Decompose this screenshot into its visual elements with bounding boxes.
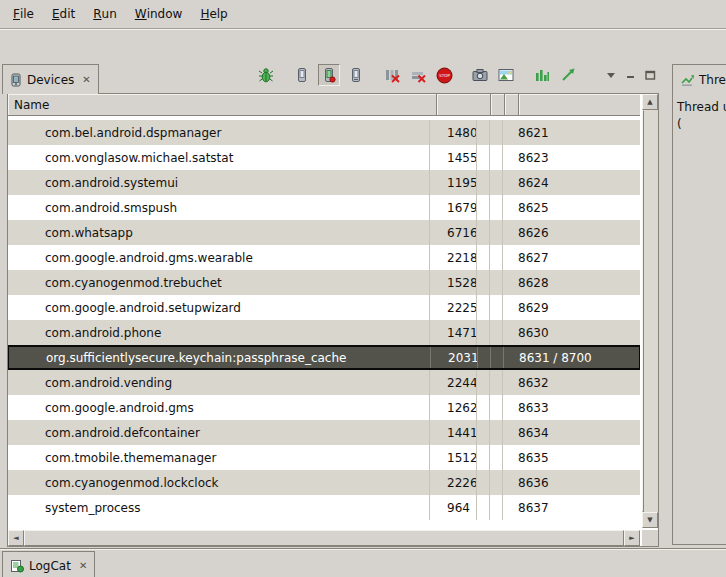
indicator-cell [477, 295, 490, 320]
indicator-cell [490, 320, 503, 345]
indicator-cell [490, 195, 503, 220]
table-row[interactable]: com.android.systemui11958624 [8, 170, 640, 195]
minimize-icon[interactable] [623, 65, 638, 85]
scroll-right-button[interactable]: ► [624, 530, 640, 546]
main-area: Devices ✕ [0, 60, 726, 545]
menu-file[interactable]: File [4, 0, 43, 28]
indicator-cell [490, 470, 503, 495]
table-row[interactable]: com.google.android.gms126238633 [8, 395, 640, 420]
toolbar-strip [0, 29, 726, 60]
indicator-cell [490, 245, 503, 270]
column-header-pid[interactable] [437, 94, 491, 116]
menu-run[interactable]: Run [84, 0, 126, 28]
scroll-left-icon: ◄ [13, 534, 18, 542]
dump-hprof-icon[interactable] [318, 64, 340, 86]
tab-threads[interactable]: Threads [672, 64, 726, 94]
scroll-up-button[interactable]: ▲ [642, 94, 658, 110]
horizontal-scrollbar-thumb[interactable] [24, 530, 624, 546]
process-name-cell: system_process [8, 495, 430, 520]
table-row[interactable]: system_process9648637 [8, 495, 640, 520]
table-row[interactable]: com.android.vending224408632 [8, 370, 640, 395]
table-row[interactable]: com.bel.android.dspmanager14808621 [8, 120, 640, 145]
column-header-name[interactable]: Name [8, 94, 437, 116]
debug-bug-icon[interactable] [256, 65, 276, 85]
update-heap-icon[interactable] [292, 65, 312, 85]
tab-devices[interactable]: Devices ✕ [2, 64, 99, 94]
scroll-down-button[interactable]: ▼ [642, 512, 658, 528]
devices-toolbar: STOP [250, 64, 658, 86]
device-phone-icon [10, 73, 22, 87]
indicator-cell [477, 495, 490, 520]
view-menu-caret-icon[interactable] [603, 65, 618, 85]
devices-panel: Devices ✕ [0, 60, 667, 545]
sysinfo-bars-icon[interactable] [532, 65, 552, 85]
threads-message-line1: Thread up [677, 99, 723, 116]
pid-cell: 964 [430, 495, 477, 520]
scroll-down-icon: ▼ [647, 516, 652, 524]
table-row[interactable]: com.google.android.setupwizard222508629 [8, 295, 640, 320]
pid-cell: 22265 [430, 470, 477, 495]
close-icon[interactable]: ✕ [82, 75, 90, 85]
tab-logcat[interactable]: LogCat ✕ [2, 551, 95, 577]
menu-edit[interactable]: Edit [43, 0, 84, 28]
logcat-panel: LogCat ✕ [0, 548, 726, 577]
column-header-port[interactable] [519, 94, 640, 116]
menu-help[interactable]: Help [191, 0, 236, 28]
indicator-cell [477, 270, 490, 295]
port-cell: 8624 [503, 170, 640, 195]
port-cell: 8627 [503, 245, 640, 270]
pid-cell: 22440 [430, 370, 477, 395]
port-cell: 8625 [503, 195, 640, 220]
table-row[interactable]: com.android.phone14718630 [8, 320, 640, 345]
screen-record-image-icon[interactable] [496, 65, 516, 85]
table-row[interactable]: com.android.smspush16798625 [8, 195, 640, 220]
pid-cell: 22250 [430, 295, 477, 320]
threads-icon [680, 73, 694, 87]
green-arrow-icon[interactable] [558, 65, 578, 85]
indicator-cell [490, 420, 503, 445]
table-row[interactable]: com.tmobile.thememanager15128635 [8, 445, 640, 470]
process-name-cell: com.android.systemui [8, 170, 430, 195]
process-name-cell: com.android.smspush [8, 195, 430, 220]
indicator-cell [477, 420, 490, 445]
process-name-cell: com.whatsapp [8, 220, 430, 245]
column-header-indicator[interactable] [505, 94, 519, 116]
table-row[interactable]: org.sufficientlysecure.keychain:passphra… [8, 345, 640, 370]
column-header-indicator[interactable] [491, 94, 505, 116]
close-icon[interactable]: ✕ [79, 561, 87, 571]
vertical-scrollbar[interactable]: ▲ ▼ [642, 94, 658, 528]
table-row[interactable]: com.cyanogenmod.lockclock222658636 [8, 470, 640, 495]
method-profiling-icon[interactable] [408, 65, 428, 85]
update-threads-icon[interactable] [382, 65, 402, 85]
horizontal-scrollbar[interactable]: ◄ ► [8, 530, 640, 546]
indicator-cell [477, 320, 490, 345]
indicator-cell [490, 370, 503, 395]
menu-window[interactable]: Window [126, 0, 192, 28]
table-row[interactable]: com.google.android.gms.wearable221858627 [8, 245, 640, 270]
port-cell: 8621 [503, 120, 640, 145]
tab-devices-label: Devices [27, 73, 74, 87]
devices-table: Name com.bel.android.dspmanager14808621c… [7, 93, 659, 547]
vertical-scrollbar-thumb[interactable] [642, 110, 644, 512]
logcat-icon [10, 559, 24, 573]
device-table-body: com.bel.android.dspmanager14808621com.vo… [8, 116, 640, 528]
screen-capture-camera-icon[interactable] [470, 65, 490, 85]
table-row[interactable]: com.vonglasow.michael.satstat145538623 [8, 145, 640, 170]
table-row[interactable]: com.cyanogenmod.trebuchet15288628 [8, 270, 640, 295]
indicator-cell [490, 395, 503, 420]
table-row[interactable]: com.whatsapp67168626 [8, 220, 640, 245]
maximize-icon[interactable] [643, 65, 658, 85]
scroll-left-button[interactable]: ◄ [8, 530, 24, 546]
indicator-cell [490, 295, 503, 320]
table-row[interactable]: com.android.defcontainer144118634 [8, 420, 640, 445]
indicator-cell [477, 470, 490, 495]
process-name-cell: com.android.phone [8, 320, 430, 345]
threads-message-line2: ( [677, 116, 723, 133]
indicator-cell [477, 395, 490, 420]
process-name-cell: com.google.android.setupwizard [8, 295, 430, 320]
indicator-cell [490, 445, 503, 470]
cause-gc-icon[interactable] [346, 65, 366, 85]
pid-cell: 6716 [430, 220, 477, 245]
tab-logcat-label: LogCat [29, 559, 71, 573]
stop-process-icon[interactable]: STOP [434, 65, 454, 85]
